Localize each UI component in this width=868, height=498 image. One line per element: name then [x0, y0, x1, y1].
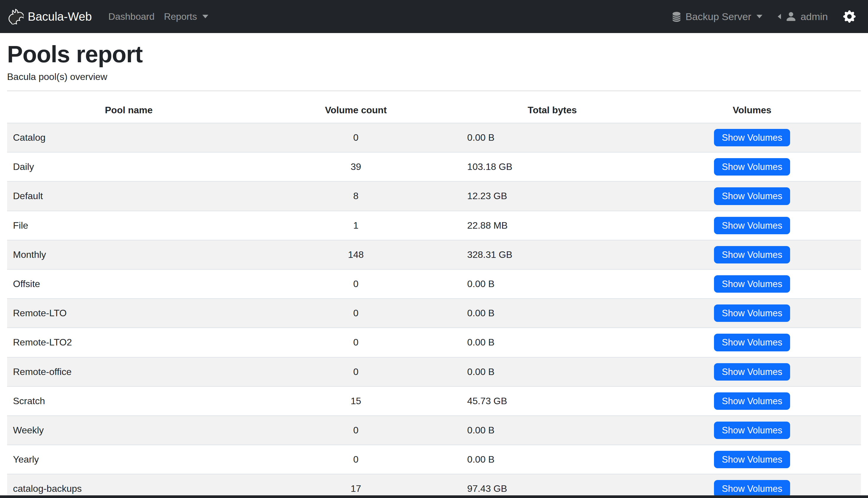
server-dropdown-label: Backup Server — [685, 11, 751, 23]
total-bytes-cell: 103.18 GB — [461, 152, 643, 181]
volumes-cell: Show Volumes — [643, 357, 861, 386]
volume-count-cell: 0 — [250, 357, 461, 386]
total-bytes-cell: 0.00 B — [461, 357, 643, 386]
nav-item-reports[interactable]: Reports — [159, 0, 213, 33]
table-row: Remote-office 0 0.00 B Show Volumes — [7, 357, 861, 386]
table-row: Scratch 15 45.73 GB Show Volumes — [7, 386, 861, 416]
show-volumes-button[interactable]: Show Volumes — [714, 187, 790, 205]
pool-name-cell: Yearly — [7, 445, 250, 474]
total-bytes-cell: 0.00 B — [461, 270, 643, 299]
caret-down-icon — [757, 15, 762, 18]
main-nav: Dashboard Reports — [104, 0, 213, 33]
database-icon — [671, 11, 682, 23]
main-content: Pools report Bacula pool(s) overview Poo… — [0, 33, 868, 498]
volumes-cell: Show Volumes — [643, 181, 861, 211]
volume-count-cell: 1 — [250, 211, 461, 240]
nav-item-reports-label: Reports — [164, 11, 197, 22]
pool-name-cell: Scratch — [7, 386, 250, 416]
pool-name-cell: Remote-office — [7, 357, 250, 386]
show-volumes-button[interactable]: Show Volumes — [714, 451, 790, 468]
show-volumes-button[interactable]: Show Volumes — [714, 392, 790, 410]
show-volumes-button[interactable]: Show Volumes — [714, 363, 790, 381]
nav-item-dashboard[interactable]: Dashboard — [104, 0, 159, 33]
table-row: Weekly 0 0.00 B Show Volumes — [7, 416, 861, 445]
table-row: catalog-backups 17 97.43 GB Show Volumes — [7, 474, 861, 498]
volumes-cell: Show Volumes — [643, 270, 861, 299]
settings-button[interactable] — [843, 10, 856, 23]
total-bytes-cell: 97.43 GB — [461, 474, 643, 498]
pool-name-cell: Monthly — [7, 240, 250, 270]
header-divider — [7, 91, 861, 91]
volume-count-cell: 39 — [250, 152, 461, 181]
pools-table-head: Pool name Volume count Total bytes Volum… — [7, 98, 861, 123]
user-menu-label: admin — [800, 11, 828, 23]
table-row: Yearly 0 0.00 B Show Volumes — [7, 445, 861, 474]
volumes-cell: Show Volumes — [643, 211, 861, 240]
volumes-cell: Show Volumes — [643, 328, 861, 357]
bat-logo-icon — [7, 9, 24, 25]
table-row: Monthly 148 328.31 GB Show Volumes — [7, 240, 861, 270]
page-subtitle: Bacula pool(s) overview — [7, 71, 861, 82]
table-row: Remote-LTO 0 0.00 B Show Volumes — [7, 299, 861, 328]
total-bytes-cell: 328.31 GB — [461, 240, 643, 270]
table-row: File 1 22.88 MB Show Volumes — [7, 211, 861, 240]
pool-name-cell: Catalog — [7, 123, 250, 152]
column-header-volume-count: Volume count — [250, 98, 461, 123]
column-header-volumes: Volumes — [643, 98, 861, 123]
total-bytes-cell: 0.00 B — [461, 328, 643, 357]
total-bytes-cell: 0.00 B — [461, 123, 643, 152]
volumes-cell: Show Volumes — [643, 474, 861, 498]
show-volumes-button[interactable]: Show Volumes — [714, 304, 790, 322]
volumes-cell: Show Volumes — [643, 386, 861, 416]
server-dropdown[interactable]: Backup Server — [671, 11, 762, 23]
page-title: Pools report — [7, 42, 861, 67]
volume-count-cell: 0 — [250, 416, 461, 445]
pool-name-cell: Default — [7, 181, 250, 211]
caret-left-icon — [778, 14, 781, 19]
show-volumes-button[interactable]: Show Volumes — [714, 246, 790, 263]
show-volumes-button[interactable]: Show Volumes — [714, 129, 790, 146]
total-bytes-cell: 12.23 GB — [461, 181, 643, 211]
nav-item-dashboard-label: Dashboard — [108, 11, 155, 22]
table-row: Offsite 0 0.00 B Show Volumes — [7, 270, 861, 299]
volumes-cell: Show Volumes — [643, 152, 861, 181]
pools-table: Pool name Volume count Total bytes Volum… — [7, 98, 861, 498]
table-row: Daily 39 103.18 GB Show Volumes — [7, 152, 861, 181]
pool-name-cell: Weekly — [7, 416, 250, 445]
volume-count-cell: 8 — [250, 181, 461, 211]
volume-count-cell: 148 — [250, 240, 461, 270]
volume-count-cell: 0 — [250, 445, 461, 474]
show-volumes-button[interactable]: Show Volumes — [714, 275, 790, 293]
brand-link[interactable]: Bacula-Web — [7, 9, 92, 25]
show-volumes-button[interactable]: Show Volumes — [714, 422, 790, 439]
pool-name-cell: catalog-backups — [7, 474, 250, 498]
volumes-cell: Show Volumes — [643, 445, 861, 474]
total-bytes-cell: 0.00 B — [461, 416, 643, 445]
show-volumes-button[interactable]: Show Volumes — [714, 334, 790, 351]
show-volumes-button[interactable]: Show Volumes — [714, 217, 790, 234]
total-bytes-cell: 22.88 MB — [461, 211, 643, 240]
column-header-pool-name: Pool name — [7, 98, 250, 123]
volume-count-cell: 0 — [250, 299, 461, 328]
volumes-cell: Show Volumes — [643, 416, 861, 445]
gear-icon — [843, 10, 856, 23]
show-volumes-button[interactable]: Show Volumes — [714, 480, 790, 497]
user-menu[interactable]: admin — [778, 11, 828, 23]
total-bytes-cell: 0.00 B — [461, 299, 643, 328]
pool-name-cell: Remote-LTO2 — [7, 328, 250, 357]
pool-name-cell: Remote-LTO — [7, 299, 250, 328]
show-volumes-button[interactable]: Show Volumes — [714, 158, 790, 175]
column-header-total-bytes: Total bytes — [461, 98, 643, 123]
pool-name-cell: Daily — [7, 152, 250, 181]
volume-count-cell: 17 — [250, 474, 461, 498]
table-row: Catalog 0 0.00 B Show Volumes — [7, 123, 861, 152]
pool-name-cell: File — [7, 211, 250, 240]
person-icon — [785, 11, 797, 23]
volumes-cell: Show Volumes — [643, 123, 861, 152]
volumes-cell: Show Volumes — [643, 240, 861, 270]
table-row: Default 8 12.23 GB Show Volumes — [7, 181, 861, 211]
volume-count-cell: 0 — [250, 328, 461, 357]
volumes-cell: Show Volumes — [643, 299, 861, 328]
footer-bar — [0, 495, 868, 498]
top-navbar: Bacula-Web Dashboard Reports Backup Serv… — [0, 0, 868, 33]
